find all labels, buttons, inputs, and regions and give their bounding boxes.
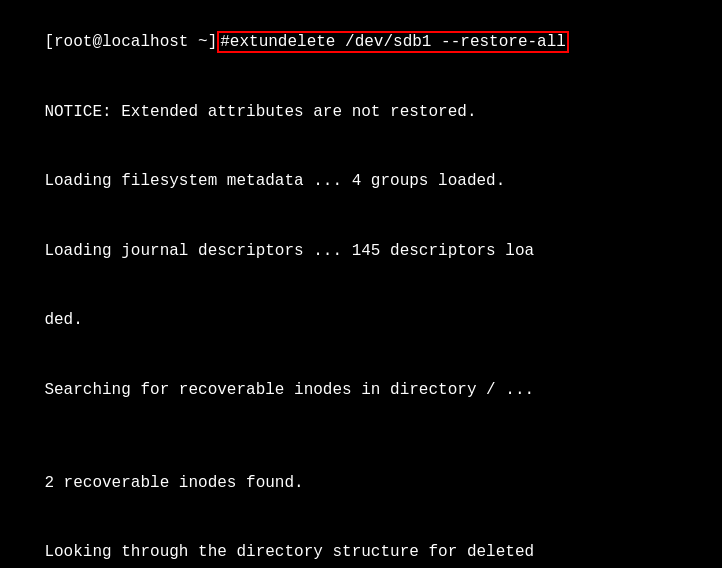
line-6: 2 recoverable inodes found.	[6, 449, 716, 519]
text-2: NOTICE: Extended attributes are not rest…	[44, 103, 476, 121]
prompt-1: [root@localhost ~]	[44, 33, 217, 51]
text-7: Looking through the directory structure …	[44, 543, 534, 561]
blank-1	[6, 425, 716, 448]
text-3: Loading filesystem metadata ... 4 groups…	[44, 172, 505, 190]
line-3: Loading filesystem metadata ... 4 groups…	[6, 147, 716, 217]
command-1: #extundelete /dev/sdb1 --restore-all	[217, 31, 569, 53]
text-6: 2 recoverable inodes found.	[44, 474, 303, 492]
text-4b: ded.	[44, 311, 82, 329]
line-4b: ded.	[6, 286, 716, 356]
line-5: Searching for recoverable inodes in dire…	[6, 356, 716, 426]
line-1: [root@localhost ~]#extundelete /dev/sdb1…	[6, 8, 716, 78]
text-4: Loading journal descriptors ... 145 desc…	[44, 242, 534, 260]
line-4: Loading journal descriptors ... 145 desc…	[6, 217, 716, 287]
text-5: Searching for recoverable inodes in dire…	[44, 381, 534, 399]
line-7: Looking through the directory structure …	[6, 518, 716, 568]
terminal: [root@localhost ~]#extundelete /dev/sdb1…	[6, 8, 716, 560]
line-2: NOTICE: Extended attributes are not rest…	[6, 78, 716, 148]
